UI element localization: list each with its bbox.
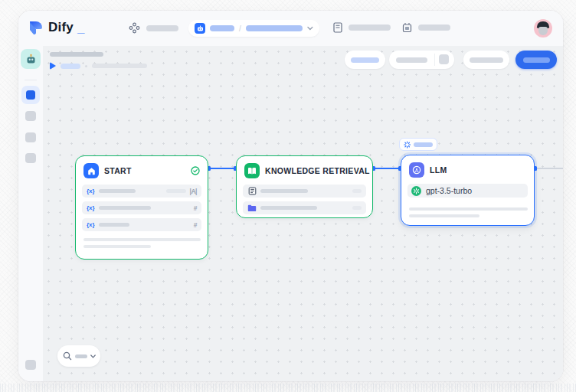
variable-name-skeleton xyxy=(99,189,136,193)
query-variable-row xyxy=(243,185,366,198)
type-number-icon: # xyxy=(194,204,197,212)
preview-button[interactable] xyxy=(345,51,385,69)
workspace-separator: / xyxy=(239,24,241,33)
zoom-control[interactable] xyxy=(57,345,100,367)
dify-logo[interactable]: Dify _ xyxy=(28,19,84,36)
sidebar-divider xyxy=(25,80,37,80)
zoom-value-skeleton xyxy=(75,354,87,358)
explore-icon xyxy=(129,22,140,34)
app-avatar-icon xyxy=(195,23,205,34)
node-knowledge-header: KNOWLEDGE RETRIEVAL xyxy=(244,163,365,178)
openai-icon xyxy=(411,186,421,196)
robot-emoji-icon xyxy=(25,54,37,65)
sidebar-item-workflow-active[interactable] xyxy=(21,86,40,104)
nav-updates[interactable] xyxy=(402,22,450,33)
node-start-header: START xyxy=(83,163,200,178)
variable-name-skeleton xyxy=(99,206,151,210)
workflow-canvas[interactable]: START {x} |A| {x} # xyxy=(43,46,563,381)
node-title: KNOWLEDGE RETRIEVAL xyxy=(265,166,370,175)
prompt-skeleton-line xyxy=(409,214,479,217)
run-status-skeleton xyxy=(92,64,147,68)
node-title: LLM xyxy=(430,165,526,175)
group-divider xyxy=(434,54,435,66)
variable-icon: {x} xyxy=(87,188,95,194)
sidebar-item-placeholder-3[interactable] xyxy=(25,153,36,163)
nav-docs[interactable] xyxy=(333,22,391,33)
model-selector-row[interactable]: gpt-3.5-turbo xyxy=(407,184,528,198)
desktop-background: Dify _ xyxy=(0,0,576,392)
nav-explore[interactable] xyxy=(129,22,178,34)
settings-square-icon[interactable] xyxy=(439,54,449,64)
nav-explore-label-skeleton xyxy=(146,25,178,31)
chevron-down-icon xyxy=(90,354,96,358)
dataset-row xyxy=(243,201,366,214)
node-knowledge-retrieval[interactable]: KNOWLEDGE RETRIEVAL xyxy=(236,155,373,218)
top-bar: Dify _ xyxy=(18,11,563,46)
separator-dot xyxy=(85,65,87,67)
app-switcher-pill[interactable]: / xyxy=(188,20,319,37)
preview-label-skeleton xyxy=(351,57,379,63)
left-icon-rail xyxy=(18,46,43,381)
app-name-skeleton xyxy=(246,25,303,31)
llm-brain-icon xyxy=(409,162,424,178)
description-skeleton-line xyxy=(83,245,151,248)
book-icon xyxy=(244,163,260,178)
type-string-icon: |A| xyxy=(190,188,197,195)
description-skeleton-line xyxy=(83,238,201,241)
node-llm[interactable]: LLM gpt-3.5-t xyxy=(401,155,535,226)
node-title: START xyxy=(104,166,185,175)
model-name: gpt-3.5-turbo xyxy=(426,186,472,195)
node-start[interactable]: START {x} |A| {x} # xyxy=(75,155,208,260)
secondary-button[interactable] xyxy=(463,51,509,69)
variable-value-skeleton xyxy=(166,189,186,193)
chevron-down-icon[interactable] xyxy=(307,26,313,31)
run-history-row[interactable] xyxy=(50,62,147,70)
logo-text: Dify xyxy=(48,19,74,36)
folder-icon xyxy=(247,204,257,213)
variable-icon: {x} xyxy=(87,204,95,211)
workflow-title-skeleton xyxy=(50,52,103,57)
spinner-icon xyxy=(404,141,411,149)
secondary-label-skeleton xyxy=(470,57,503,63)
dify-app-window: Dify _ xyxy=(18,11,563,381)
workspace-name-skeleton xyxy=(210,25,234,31)
variable-name-skeleton xyxy=(99,223,129,227)
badge-label-skeleton xyxy=(414,142,433,147)
workflow-block-icon xyxy=(26,90,35,100)
edge-start-to-knowledge xyxy=(208,168,236,169)
nav-docs-label-skeleton xyxy=(349,24,391,31)
prompt-skeleton-line xyxy=(409,207,528,211)
type-number-icon: # xyxy=(194,221,197,229)
edge-llm-outgoing xyxy=(535,168,563,169)
notebook-icon xyxy=(247,187,257,196)
home-icon xyxy=(83,163,99,178)
variable-icon: {x} xyxy=(87,221,95,228)
sidebar-item-settings-placeholder[interactable] xyxy=(25,360,36,370)
sidebar-item-placeholder-2[interactable] xyxy=(25,132,36,142)
magnifier-icon xyxy=(63,351,72,361)
publish-button[interactable] xyxy=(515,51,557,69)
edge-knowledge-to-llm xyxy=(373,168,401,169)
nav-updates-label-skeleton xyxy=(418,24,450,31)
llm-running-badge xyxy=(399,138,437,151)
background-noise xyxy=(0,384,576,392)
publish-label-skeleton xyxy=(523,57,550,63)
query-value-skeleton xyxy=(352,189,362,193)
input-variable-row: {x} # xyxy=(82,218,201,231)
current-app-icon[interactable] xyxy=(21,49,41,69)
query-skeleton xyxy=(260,189,308,193)
updates-icon xyxy=(402,22,412,33)
logo-accent: _ xyxy=(77,21,84,36)
docs-icon xyxy=(333,22,342,33)
input-variable-row: {x} |A| xyxy=(82,185,201,198)
user-avatar[interactable] xyxy=(534,19,552,38)
dataset-skeleton xyxy=(260,206,317,210)
run-label-skeleton xyxy=(61,64,80,69)
dataset-value-skeleton xyxy=(352,206,362,210)
features-button-group[interactable] xyxy=(389,51,454,69)
input-variable-row: {x} # xyxy=(82,201,201,214)
sidebar-item-placeholder-1[interactable] xyxy=(25,111,36,121)
run-play-icon xyxy=(50,62,56,70)
success-check-icon xyxy=(191,166,200,175)
dify-logo-icon xyxy=(28,19,44,36)
